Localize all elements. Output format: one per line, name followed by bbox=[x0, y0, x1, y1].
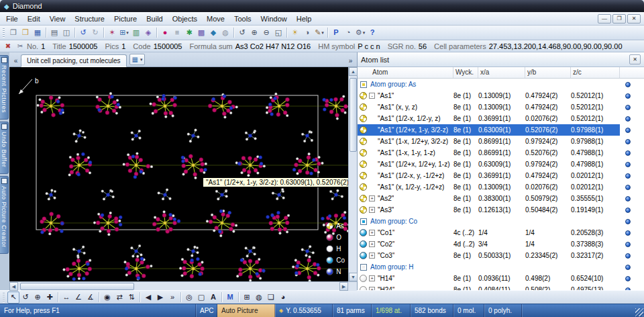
row-marker-dot[interactable] bbox=[625, 253, 631, 259]
restore-button[interactable]: ❐ bbox=[612, 14, 626, 24]
table-row[interactable]: "As1" (1/2+x, 1/2+y, 1-z)8e (1)0.63009(1… bbox=[358, 158, 644, 170]
viewport-icon[interactable]: ▢ bbox=[195, 291, 207, 304]
table-row[interactable]: +"Co1"4c (..2)1/41/40.20528(3) bbox=[358, 227, 644, 238]
step-forward-icon[interactable]: » bbox=[166, 291, 178, 304]
zoom-in-icon[interactable]: ⊕ bbox=[248, 27, 260, 39]
vertical-scroll-thumb[interactable] bbox=[350, 78, 357, 152]
print-icon[interactable]: ▤ bbox=[48, 27, 60, 39]
row-marker-dot[interactable] bbox=[625, 208, 631, 213]
picture-select-dropdown[interactable]: ▦ ▾ bbox=[129, 54, 146, 65]
fly-icon[interactable]: ⇅ bbox=[125, 291, 138, 304]
play-icon[interactable]: ▶ bbox=[154, 291, 166, 304]
table-row[interactable]: +"H24"8e (1)0.4084(11)0.508(2)0.4975(13) bbox=[358, 284, 644, 290]
table-row[interactable]: +"Co2"4d (..2)3/41/40.37388(3) bbox=[358, 238, 644, 250]
render-mode-icon[interactable]: ◑ bbox=[301, 27, 313, 39]
scroll-up-icon[interactable]: ▲ bbox=[349, 67, 358, 76]
column-header-yb[interactable]: y/b bbox=[525, 67, 571, 78]
fit-view-icon[interactable]: ◱ bbox=[272, 27, 284, 39]
picture-settings-icon[interactable]: ✎▾ bbox=[313, 27, 325, 39]
row-marker-dot[interactable] bbox=[625, 93, 631, 99]
step-back-icon[interactable]: ◀ bbox=[142, 291, 154, 304]
info-mode-icon[interactable]: ◍ bbox=[253, 291, 265, 304]
column-header-atom[interactable]: Atom bbox=[358, 67, 453, 78]
row-marker-dot[interactable] bbox=[625, 276, 631, 281]
table-row[interactable]: +"Co3"8e (1)0.50033(1)0.23345(2)0.32317(… bbox=[358, 250, 644, 261]
tools-icon[interactable]: ⚙▾ bbox=[354, 27, 366, 39]
rotate-view-icon[interactable]: ↺ bbox=[236, 27, 248, 39]
spin-icon[interactable]: ◉ bbox=[101, 291, 113, 304]
table-row[interactable]: Atom group: Co bbox=[358, 216, 644, 227]
help-icon[interactable]: ? bbox=[366, 27, 378, 39]
table-row[interactable]: "As1" (1-x, 1-y, 1-z)8e (1)0.86991(1)0.5… bbox=[358, 147, 644, 158]
zoom-mode-icon[interactable]: ⊕ bbox=[32, 291, 44, 304]
table-row[interactable]: Atom group: H bbox=[358, 261, 644, 273]
snapshot-icon[interactable]: ◕ bbox=[277, 291, 289, 304]
zoom-out-icon[interactable]: ⊖ bbox=[260, 27, 272, 39]
row-marker-dot[interactable] bbox=[625, 185, 631, 190]
menu-item-build[interactable]: Build bbox=[142, 13, 167, 24]
powder-pattern-icon[interactable]: P bbox=[330, 27, 342, 39]
row-marker-dot[interactable] bbox=[625, 139, 631, 144]
close-panel-icon[interactable]: ✕ bbox=[629, 54, 641, 64]
scroll-left-icon[interactable]: ◀ bbox=[9, 282, 18, 291]
canvas-horizontal-scrollbar[interactable]: ◀ ▶ bbox=[9, 281, 357, 290]
tab-auto-picture-creator[interactable]: Auto Picture Creator bbox=[0, 176, 9, 254]
structure-wizard-icon[interactable]: ✶ bbox=[106, 27, 118, 39]
new-document-icon[interactable]: ❐ bbox=[7, 27, 19, 39]
menu-item-view[interactable]: View bbox=[45, 13, 70, 24]
row-marker-dot[interactable] bbox=[625, 82, 631, 87]
toolbar-grip[interactable] bbox=[3, 293, 5, 302]
menu-item-objects[interactable]: Objects bbox=[168, 13, 202, 24]
menu-item-picture[interactable]: Picture bbox=[109, 13, 142, 24]
hide-atoms-icon[interactable]: ◍ bbox=[219, 27, 231, 39]
menu-item-structure[interactable]: Structure bbox=[70, 13, 109, 24]
movie-icon[interactable]: M bbox=[224, 291, 236, 304]
row-marker-dot[interactable] bbox=[625, 242, 631, 247]
table-row[interactable]: "As1" (x, 1/2-y, -1/2+z)8e (1)0.13009(1)… bbox=[358, 181, 644, 193]
row-marker-dot[interactable] bbox=[625, 116, 631, 122]
menu-item-move[interactable]: Move bbox=[202, 13, 229, 24]
undo-icon[interactable]: ↺ bbox=[77, 27, 89, 39]
close-button[interactable]: ✕ bbox=[627, 14, 641, 24]
canvas-vertical-scrollbar[interactable]: ▲ ▼ bbox=[348, 67, 357, 281]
scroll-down-icon[interactable]: ▼ bbox=[349, 273, 358, 281]
build-molecules-icon[interactable]: ✱ bbox=[183, 27, 195, 39]
save-icon[interactable]: ▦ bbox=[32, 27, 44, 39]
copy-picture-icon[interactable]: ◫ bbox=[60, 27, 72, 39]
fill-cell-icon[interactable]: ▩ bbox=[195, 27, 207, 39]
grid-icon[interactable]: ⊞ bbox=[241, 291, 253, 304]
tree-expander[interactable]: + bbox=[369, 207, 375, 213]
table-row[interactable]: "As1" (x, y, z)8e (1)0.13009(1)0.47924(2… bbox=[358, 101, 644, 113]
menu-item-file[interactable]: File bbox=[1, 13, 23, 24]
measure-angle-icon[interactable]: ∠ bbox=[72, 291, 85, 304]
tree-expander[interactable]: + bbox=[369, 253, 375, 259]
row-marker-dot[interactable] bbox=[625, 150, 631, 156]
tab-scroll-right-icon[interactable]: » bbox=[346, 55, 355, 66]
close-structure-icon[interactable]: ✖ bbox=[3, 42, 13, 50]
edit-data-icon[interactable]: ✂ bbox=[15, 42, 25, 50]
column-header-zc[interactable]: z/c bbox=[571, 67, 620, 78]
distance-plot-icon[interactable]: ◔ bbox=[342, 27, 354, 39]
table-row[interactable]: -"As1"8e (1)0.13009(1)0.47924(2)0.52012(… bbox=[358, 90, 644, 101]
table-row[interactable]: +"H14"8e (1)0.0936(11)0.498(2)0.6524(10) bbox=[358, 273, 644, 284]
table-row[interactable]: "As1" (1/2-x, 1/2-y, z)8e (1)0.36991(1)0… bbox=[358, 113, 644, 124]
label-mode-icon[interactable]: A bbox=[207, 291, 219, 304]
pan-mode-icon[interactable]: ✚ bbox=[44, 291, 56, 304]
data-sheet-icon[interactable]: ▥ bbox=[130, 27, 142, 39]
walk-icon[interactable]: ⇄ bbox=[113, 291, 125, 304]
table-row[interactable]: +"As3"8e (1)0.12613(1)0.50484(2)0.19149(… bbox=[358, 204, 644, 216]
table-row[interactable]: +"As2"8e (1)0.38300(1)0.50979(2)0.35555(… bbox=[358, 193, 644, 204]
structure-canvas[interactable]: b AsOHCoN "As1" (1/2+x, 1-y, 3/2-z): 0.6… bbox=[9, 67, 348, 281]
redo-icon[interactable]: ↻ bbox=[89, 27, 101, 39]
picture-tab[interactable]: Unit cell packing, cut molecules bbox=[21, 54, 127, 67]
row-marker-dot[interactable] bbox=[625, 196, 631, 201]
tab-undo-buffer[interactable]: Undo Buffer bbox=[0, 122, 9, 174]
lighting-icon[interactable]: ☀ bbox=[289, 27, 301, 39]
table-row[interactable]: "As1" (1/2-x, y, -1/2+z)8e (1)0.36991(1)… bbox=[358, 170, 644, 181]
rotate-mode-icon[interactable]: ↺ bbox=[19, 291, 32, 304]
table-row[interactable]: "As1" (1/2+x, 1-y, 3/2-z)8e (1)0.63009(1… bbox=[358, 124, 644, 136]
table-row[interactable]: "As1" (1-x, 1/2+y, 3/2-z)8e (1)0.86991(1… bbox=[358, 136, 644, 147]
tab-scroll-left-icon[interactable]: « bbox=[11, 55, 20, 66]
polyhedra-icon[interactable]: ◆ bbox=[207, 27, 219, 39]
horizontal-scroll-thumb[interactable] bbox=[20, 283, 134, 290]
